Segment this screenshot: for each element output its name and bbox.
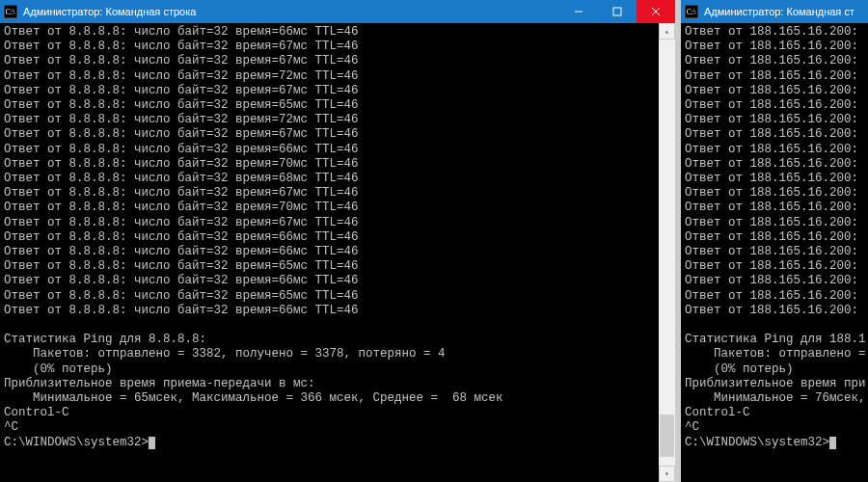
caret-c-line: ^C	[4, 420, 659, 435]
ping-reply-line: Ответ от 8.8.8.8: число байт=32 время=65…	[4, 259, 659, 274]
ping-reply-line: Ответ от 188.165.16.200:	[685, 245, 868, 259]
ping-reply-line: Ответ от 188.165.16.200:	[685, 201, 868, 215]
ping-reply-line: Ответ от 8.8.8.8: число байт=32 время=66…	[4, 245, 659, 259]
ping-reply-line: Ответ от 188.165.16.200:	[685, 230, 868, 245]
scroll-thumb[interactable]	[660, 415, 674, 457]
window-title-right: Администратор: Командная ст	[704, 6, 868, 17]
ping-stats-packets: Пакетов: отправлено =	[685, 347, 868, 362]
ping-rtt-values: Минимальное = 65мсек, Максимальное = 366…	[4, 391, 659, 406]
svg-rect-3	[613, 8, 621, 15]
ping-reply-line: Ответ от 188.165.16.200:	[685, 113, 868, 127]
ping-reply-line: Ответ от 8.8.8.8: число байт=32 время=67…	[4, 84, 659, 98]
ping-reply-line: Ответ от 8.8.8.8: число байт=32 время=68…	[4, 172, 659, 186]
ping-reply-line: Ответ от 188.165.16.200:	[685, 216, 868, 230]
svg-text:C:\: C:\	[6, 8, 15, 16]
minimize-button[interactable]	[559, 0, 598, 23]
ping-reply-line: Ответ от 188.165.16.200:	[685, 127, 868, 142]
ping-reply-line: Ответ от 188.165.16.200:	[685, 289, 868, 304]
ping-reply-line: Ответ от 8.8.8.8: число байт=32 время=67…	[4, 186, 659, 201]
ping-reply-line: Ответ от 188.165.16.200:	[685, 40, 868, 54]
scroll-track[interactable]	[659, 40, 675, 466]
ping-stats-loss: (0% потерь)	[685, 362, 868, 377]
prompt-line[interactable]: C:\WINDOWS\system32>	[685, 436, 868, 450]
titlebar-right[interactable]: C:\ Администратор: Командная ст	[681, 0, 868, 23]
ping-reply-line: Ответ от 8.8.8.8: число байт=32 время=65…	[4, 98, 659, 113]
ping-rtt-header: Приблизительное время при	[685, 377, 868, 391]
ping-reply-line: Ответ от 8.8.8.8: число байт=32 время=66…	[4, 230, 659, 245]
ping-reply-line: Ответ от 8.8.8.8: число байт=32 время=70…	[4, 201, 659, 215]
ping-stats-header: Статистика Ping для 188.1	[685, 333, 868, 347]
caret-c-line: ^C	[685, 420, 868, 435]
ping-reply-line: Ответ от 8.8.8.8: число байт=32 время=72…	[4, 113, 659, 127]
window-title-left: Администратор: Командная строка	[23, 6, 559, 17]
cursor	[829, 437, 836, 449]
ping-reply-line: Ответ от 188.165.16.200:	[685, 157, 868, 172]
ping-reply-line: Ответ от 188.165.16.200:	[685, 274, 868, 288]
ping-reply-line: Ответ от 8.8.8.8: число байт=32 время=66…	[4, 304, 659, 318]
close-button[interactable]	[637, 0, 675, 23]
ping-reply-line: Ответ от 8.8.8.8: число байт=32 время=67…	[4, 54, 659, 68]
cmd-icon: C:\	[4, 5, 17, 18]
ping-reply-line: Ответ от 188.165.16.200:	[685, 259, 868, 274]
control-c-line: Control-C	[685, 406, 868, 420]
ping-stats-loss: (0% потерь)	[4, 362, 659, 377]
ping-rtt-values: Минимальное = 76мсек,	[685, 391, 868, 406]
ping-reply-line: Ответ от 188.165.16.200:	[685, 172, 868, 186]
ping-reply-line: Ответ от 8.8.8.8: число байт=32 время=66…	[4, 143, 659, 157]
ping-reply-line: Ответ от 8.8.8.8: число байт=32 время=65…	[4, 289, 659, 304]
maximize-button[interactable]	[598, 0, 637, 23]
cmd-window-left: C:\ Администратор: Командная строка Отве…	[0, 0, 675, 482]
console-output-left[interactable]: Ответ от 8.8.8.8: число байт=32 время=66…	[0, 23, 675, 482]
blank-line	[685, 318, 868, 333]
prompt-line[interactable]: C:\WINDOWS\system32>	[4, 436, 659, 450]
console-output-right[interactable]: Ответ от 188.165.16.200:Ответ от 188.165…	[681, 23, 868, 482]
cursor	[149, 437, 155, 449]
ping-reply-line: Ответ от 8.8.8.8: число байт=32 время=67…	[4, 216, 659, 230]
blank-line	[4, 318, 659, 333]
titlebar-left[interactable]: C:\ Администратор: Командная строка	[0, 0, 675, 23]
ping-reply-line: Ответ от 188.165.16.200:	[685, 98, 868, 113]
ping-reply-line: Ответ от 188.165.16.200:	[685, 304, 868, 318]
cmd-icon: C:\	[685, 5, 698, 18]
ping-reply-line: Ответ от 8.8.8.8: число байт=32 время=70…	[4, 157, 659, 172]
ping-reply-line: Ответ от 188.165.16.200:	[685, 25, 868, 40]
ping-stats-packets: Пакетов: отправлено = 3382, получено = 3…	[4, 347, 659, 362]
ping-reply-line: Ответ от 8.8.8.8: число байт=32 время=67…	[4, 127, 659, 142]
scroll-down-button[interactable]: ▾	[659, 466, 675, 482]
ping-reply-line: Ответ от 8.8.8.8: число байт=32 время=66…	[4, 25, 659, 40]
ping-reply-line: Ответ от 188.165.16.200:	[685, 84, 868, 98]
cmd-window-right: C:\ Администратор: Командная ст Ответ от…	[681, 0, 868, 482]
ping-rtt-header: Приблизительное время приема-передачи в …	[4, 377, 659, 391]
ping-stats-header: Статистика Ping для 8.8.8.8:	[4, 333, 659, 347]
ping-reply-line: Ответ от 188.165.16.200:	[685, 54, 868, 68]
ping-reply-line: Ответ от 8.8.8.8: число байт=32 время=72…	[4, 69, 659, 84]
ping-reply-line: Ответ от 188.165.16.200:	[685, 69, 868, 84]
ping-reply-line: Ответ от 188.165.16.200:	[685, 143, 868, 157]
scrollbar-left[interactable]: ▴ ▾	[659, 23, 675, 482]
ping-reply-line: Ответ от 188.165.16.200:	[685, 186, 868, 201]
control-c-line: Control-C	[4, 406, 659, 420]
ping-reply-line: Ответ от 8.8.8.8: число байт=32 время=67…	[4, 40, 659, 54]
scroll-up-button[interactable]: ▴	[659, 23, 675, 40]
ping-reply-line: Ответ от 8.8.8.8: число байт=32 время=66…	[4, 274, 659, 288]
window-controls-left	[559, 0, 675, 23]
svg-text:C:\: C:\	[687, 8, 696, 16]
